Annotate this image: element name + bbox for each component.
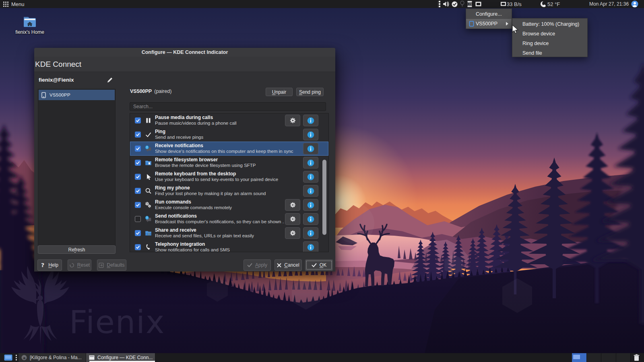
folder-globe-icon bbox=[145, 230, 152, 237]
plugin-row[interactable]: Send notifications Broadcast this comput… bbox=[130, 212, 328, 226]
plugin-title: Ring my phone bbox=[155, 185, 190, 191]
device-list: VS500PP bbox=[38, 89, 116, 246]
device-list-item[interactable]: VS500PP bbox=[39, 90, 115, 100]
plugin-row[interactable]: Remote filesystem browser Browse the rem… bbox=[130, 156, 328, 170]
reset-button[interactable]: Reset bbox=[68, 259, 91, 271]
plugin-checkbox[interactable] bbox=[135, 244, 141, 250]
cancel-x-icon bbox=[277, 263, 281, 267]
top-panel: Menu 35 33 bbox=[0, 0, 644, 8]
unpair-button[interactable]: Unpair bbox=[266, 88, 293, 96]
plugin-info-button[interactable] bbox=[303, 241, 318, 252]
plugin-info-button[interactable] bbox=[303, 157, 318, 169]
workspace-2[interactable] bbox=[587, 353, 602, 362]
workspace-3[interactable] bbox=[601, 353, 616, 362]
submenu-item-label: Browse device bbox=[522, 31, 555, 37]
weather-moon-icon[interactable] bbox=[540, 0, 547, 8]
plugin-info-button[interactable] bbox=[303, 227, 318, 239]
plugin-info-button[interactable] bbox=[303, 171, 318, 183]
workspace-4[interactable] bbox=[616, 353, 631, 362]
plugin-info-button[interactable] bbox=[303, 129, 318, 140]
plugin-info-button[interactable] bbox=[303, 185, 318, 197]
plugin-checkbox[interactable] bbox=[135, 117, 141, 123]
submenu-item-label: Battery: 100% (Charging) bbox=[522, 21, 579, 27]
notify-icon bbox=[145, 216, 152, 222]
display-icon[interactable] bbox=[475, 0, 482, 8]
taskbar-task-kdeconnect[interactable]: Configure — KDE Conn... bbox=[86, 353, 155, 362]
plugin-checkbox[interactable] bbox=[135, 132, 141, 138]
kdeconnect-device-icon[interactable]: 35 bbox=[467, 0, 472, 8]
submenu-item[interactable]: Browse device bbox=[512, 29, 587, 39]
ok-button[interactable]: OK bbox=[305, 259, 333, 271]
task-label: Configure — KDE Conn... bbox=[97, 355, 153, 360]
volume-icon[interactable] bbox=[443, 0, 449, 8]
window-titlebar[interactable]: Configure — KDE Connect Indicator bbox=[34, 48, 335, 57]
plugin-info-button[interactable] bbox=[303, 115, 318, 126]
plugin-title: Send notifications bbox=[155, 213, 197, 219]
plugin-settings-button[interactable] bbox=[285, 115, 300, 126]
device-name: VS500PP bbox=[50, 93, 70, 97]
taskbar-grip-icon[interactable] bbox=[15, 354, 18, 361]
plugin-row[interactable]: Ring my phone Find your lost phone by ma… bbox=[130, 184, 328, 198]
apply-button[interactable]: Apply bbox=[244, 259, 271, 271]
taskbar-task-media-player[interactable]: a [Killgore & Polina - Ma... bbox=[19, 353, 86, 362]
show-desktop-icon[interactable] bbox=[4, 354, 12, 361]
help-button[interactable]: ? Help bbox=[37, 259, 62, 271]
plugin-description: Show device's notifications on this comp… bbox=[155, 149, 293, 154]
updates-check-icon[interactable] bbox=[452, 0, 458, 8]
desktop-icon-home[interactable]: fienix's Home bbox=[14, 15, 46, 39]
grip-icon[interactable] bbox=[439, 0, 441, 8]
plugin-info-button[interactable] bbox=[303, 213, 318, 225]
submenu-arrow-icon bbox=[506, 22, 509, 26]
refresh-button[interactable]: Refresh bbox=[38, 245, 116, 254]
menu-item-configure[interactable]: Configure... bbox=[466, 9, 512, 19]
submenu-item[interactable]: Battery: 100% (Charging) bbox=[512, 19, 587, 29]
plugin-info-button[interactable] bbox=[303, 143, 318, 154]
check-icon bbox=[136, 160, 140, 165]
menu-item-device[interactable]: VS500PP bbox=[466, 19, 512, 29]
plugin-checkbox[interactable] bbox=[135, 230, 141, 236]
plugin-settings-button[interactable] bbox=[285, 213, 300, 225]
plugin-settings-button[interactable] bbox=[285, 227, 300, 239]
check-icon bbox=[136, 203, 140, 207]
svg-text:35: 35 bbox=[469, 2, 472, 5]
plugin-checkbox[interactable] bbox=[135, 188, 141, 194]
send-ping-button[interactable]: Send ping bbox=[296, 88, 324, 96]
plugin-row[interactable]: Remote keyboard from the desktop Use you… bbox=[130, 170, 328, 184]
plugin-checkbox[interactable] bbox=[135, 160, 141, 166]
svg-text:a: a bbox=[23, 356, 25, 360]
plugin-checkbox[interactable] bbox=[135, 174, 141, 180]
search-field[interactable] bbox=[130, 102, 326, 111]
plugin-checkbox[interactable] bbox=[135, 202, 141, 208]
redshift-bulb-icon[interactable] bbox=[460, 0, 464, 8]
cancel-button[interactable]: Cancel bbox=[275, 259, 302, 271]
kcm-header: KDE Connect bbox=[34, 57, 335, 72]
plugin-row[interactable]: Receive notifications Show device's noti… bbox=[130, 142, 328, 156]
plugin-title: Remote keyboard from the desktop bbox=[155, 171, 236, 177]
plugin-row[interactable]: Share and receive Receive and send files… bbox=[130, 226, 328, 240]
network-monitor-icon[interactable] bbox=[500, 0, 506, 8]
trash-icon[interactable] bbox=[633, 354, 640, 361]
scrollbar-thumb[interactable] bbox=[322, 160, 326, 235]
notify-icon bbox=[145, 145, 152, 152]
user-avatar-icon[interactable] bbox=[631, 0, 638, 8]
plugin-row[interactable]: Run commands Execute console commands re… bbox=[130, 198, 328, 212]
apply-check-icon bbox=[247, 263, 252, 267]
submenu-item[interactable]: Send file bbox=[512, 48, 587, 58]
plugin-title: Remote filesystem browser bbox=[155, 157, 218, 162]
submenu-item[interactable]: Ring device bbox=[512, 39, 587, 48]
clock-text[interactable]: Mon Apr 27, 21:36 bbox=[589, 0, 629, 8]
plugin-row[interactable]: Telephony integration Show notifications… bbox=[130, 240, 328, 252]
plugin-checkbox[interactable] bbox=[135, 216, 141, 222]
plugin-info-button[interactable] bbox=[303, 199, 318, 211]
defaults-button[interactable]: Defaults bbox=[97, 259, 126, 271]
plugin-row[interactable]: Ping Send and receive pings bbox=[130, 128, 328, 142]
plugin-checkbox[interactable] bbox=[135, 146, 141, 152]
check-icon bbox=[145, 131, 152, 138]
edit-name-icon[interactable] bbox=[106, 76, 114, 84]
workspace-1[interactable] bbox=[572, 353, 587, 362]
plugin-row[interactable]: Pause media during calls Pause music/vid… bbox=[130, 113, 328, 128]
plugin-settings-button[interactable] bbox=[285, 199, 300, 211]
tray-submenu: Battery: 100% (Charging)Browse deviceRin… bbox=[512, 18, 588, 57]
device-owner-row: fienix@Fienix bbox=[38, 76, 116, 84]
search-input[interactable] bbox=[133, 104, 326, 109]
